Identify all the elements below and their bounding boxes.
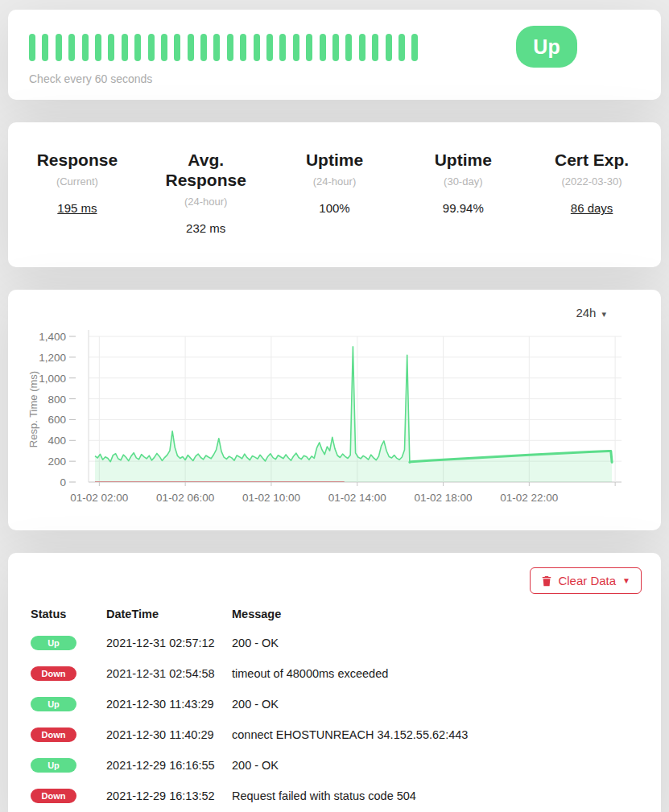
stat-title: Avg. Response bbox=[147, 150, 266, 190]
svg-text:01-02 18:00: 01-02 18:00 bbox=[415, 492, 473, 504]
chevron-down-icon: ▼ bbox=[622, 576, 630, 585]
heartbeat-beat bbox=[213, 34, 220, 61]
svg-text:01-02 06:00: 01-02 06:00 bbox=[156, 492, 214, 504]
event-message: timeout of 48000ms exceeded bbox=[229, 658, 642, 689]
heartbeat-beat bbox=[332, 34, 339, 61]
stats-card: Response(Current)195 msAvg. Response(24-… bbox=[8, 122, 661, 267]
clear-data-label: Clear Data bbox=[558, 574, 616, 587]
stat-title: Cert Exp. bbox=[532, 150, 651, 170]
heartbeat-beat bbox=[188, 34, 194, 61]
stat-uptime-3: Uptime(30-day)99.94% bbox=[399, 150, 527, 235]
heartbeat-beat bbox=[266, 34, 273, 61]
event-row: Down2021-12-31 02:54:58timeout of 48000m… bbox=[27, 658, 642, 689]
event-row: Up2021-12-30 11:43:29200 - OK bbox=[27, 689, 642, 719]
status-badge-down: Down bbox=[31, 666, 76, 681]
heartbeat-beat bbox=[279, 34, 286, 61]
heartbeat-beat bbox=[200, 34, 207, 61]
heartbeat-beat bbox=[372, 34, 378, 61]
stat-value: 232 ms bbox=[147, 221, 266, 235]
period-selector[interactable]: 24h▾ bbox=[576, 306, 606, 319]
event-row: Down2021-12-30 11:40:29connect EHOSTUNRE… bbox=[27, 719, 642, 750]
svg-text:800: 800 bbox=[47, 394, 66, 406]
check-interval-text: Check every 60 seconds bbox=[29, 72, 516, 85]
status-badge-up: Up bbox=[31, 758, 76, 773]
svg-text:01-02 02:00: 01-02 02:00 bbox=[70, 492, 128, 504]
event-message: 200 - OK bbox=[229, 750, 642, 781]
status-card: Check every 60 seconds Up bbox=[8, 10, 661, 100]
stat-subtitle: (2022-03-30) bbox=[532, 175, 651, 188]
stat-subtitle: (24-hour) bbox=[147, 196, 266, 208]
svg-text:0: 0 bbox=[60, 476, 66, 488]
heartbeat-beat bbox=[359, 34, 365, 61]
heartbeat-beat bbox=[95, 34, 101, 61]
status-pill: Up bbox=[516, 26, 577, 68]
heartbeat-beat bbox=[293, 34, 299, 61]
svg-text:400: 400 bbox=[47, 435, 66, 447]
svg-text:01-02 14:00: 01-02 14:00 bbox=[328, 492, 386, 504]
stat-value: 99.94% bbox=[403, 201, 522, 215]
events-table: Status DateTime Message Up2021-12-31 02:… bbox=[27, 600, 642, 811]
column-header-datetime: DateTime bbox=[103, 600, 229, 628]
event-datetime: 2021-12-30 11:43:29 bbox=[103, 689, 229, 719]
stat-response-0: Response(Current)195 ms bbox=[13, 150, 142, 235]
stat-value: 195 ms bbox=[18, 201, 137, 215]
heartbeat-beat bbox=[227, 34, 233, 61]
heartbeat-beat bbox=[254, 34, 260, 61]
heartbeat-beat bbox=[320, 34, 326, 61]
stat-avg-response-1: Avg. Response(24-hour)232 ms bbox=[142, 150, 270, 235]
svg-text:01-02 10:00: 01-02 10:00 bbox=[242, 492, 300, 504]
status-badge-down: Down bbox=[31, 728, 76, 742]
heartbeat-beat bbox=[411, 34, 418, 61]
stat-subtitle: (30-day) bbox=[403, 175, 522, 188]
event-message: Request failed with status code 504 bbox=[229, 781, 642, 811]
heartbeat-beat bbox=[108, 34, 114, 61]
svg-text:01-02 22:00: 01-02 22:00 bbox=[500, 492, 558, 504]
stat-uptime-2: Uptime(24-hour)100% bbox=[270, 150, 399, 235]
svg-text:1,400: 1,400 bbox=[39, 331, 66, 343]
svg-text:200: 200 bbox=[47, 456, 66, 468]
heartbeat-beat bbox=[386, 34, 392, 61]
heartbeat-beat bbox=[161, 34, 167, 61]
heartbeat-beat bbox=[42, 34, 48, 61]
event-datetime: 2021-12-29 16:13:52 bbox=[103, 781, 229, 811]
event-message: 200 - OK bbox=[229, 628, 642, 658]
stat-subtitle: (24-hour) bbox=[275, 175, 394, 188]
stat-subtitle: (Current) bbox=[18, 175, 137, 188]
heartbeat-beat bbox=[82, 34, 89, 61]
event-datetime: 2021-12-31 02:54:58 bbox=[103, 658, 229, 689]
period-selector-label: 24h bbox=[576, 306, 596, 319]
chart-card: 24h▾ 02004006008001,0001,2001,40001-02 0… bbox=[8, 290, 661, 530]
heartbeat-beat bbox=[306, 34, 312, 61]
svg-text:600: 600 bbox=[47, 414, 66, 427]
heartbeat-beat bbox=[29, 34, 35, 61]
stat-value: 100% bbox=[275, 201, 394, 215]
events-card: Clear Data ▼ Status DateTime Message Up2… bbox=[8, 553, 661, 812]
heartbeat-beat bbox=[56, 34, 62, 61]
heartbeat-section: Check every 60 seconds bbox=[29, 26, 516, 85]
status-badge-up: Up bbox=[31, 636, 76, 650]
stat-cert-exp--4: Cert Exp.(2022-03-30)86 days bbox=[527, 150, 656, 235]
svg-text:Resp. Time (ms): Resp. Time (ms) bbox=[27, 371, 39, 447]
event-datetime: 2021-12-31 02:57:12 bbox=[103, 628, 229, 658]
heartbeat-beat bbox=[134, 34, 141, 61]
event-datetime: 2021-12-29 16:16:55 bbox=[103, 750, 229, 781]
column-header-message: Message bbox=[229, 600, 642, 628]
clear-data-button[interactable]: Clear Data ▼ bbox=[530, 567, 642, 594]
heartbeat-beat bbox=[148, 34, 155, 61]
status-badge-up: Up bbox=[31, 697, 76, 711]
stat-title: Response bbox=[18, 150, 137, 170]
trash-icon bbox=[541, 575, 552, 587]
column-header-status: Status bbox=[27, 600, 103, 628]
stat-title: Uptime bbox=[275, 150, 394, 170]
svg-text:1,000: 1,000 bbox=[39, 373, 66, 385]
event-row: Up2021-12-29 16:16:55200 - OK bbox=[27, 750, 642, 781]
heartbeat-beat bbox=[174, 34, 180, 61]
heartbeat-beat bbox=[122, 34, 128, 61]
heartbeat-beat bbox=[345, 34, 352, 61]
response-time-chart: 02004006008001,0001,2001,40001-02 02:000… bbox=[24, 320, 644, 517]
event-message: 200 - OK bbox=[229, 689, 642, 719]
chevron-down-icon: ▾ bbox=[601, 309, 606, 319]
event-row: Up2021-12-31 02:57:12200 - OK bbox=[27, 628, 642, 658]
stat-title: Uptime bbox=[403, 150, 522, 170]
heartbeat-beat bbox=[399, 34, 405, 61]
